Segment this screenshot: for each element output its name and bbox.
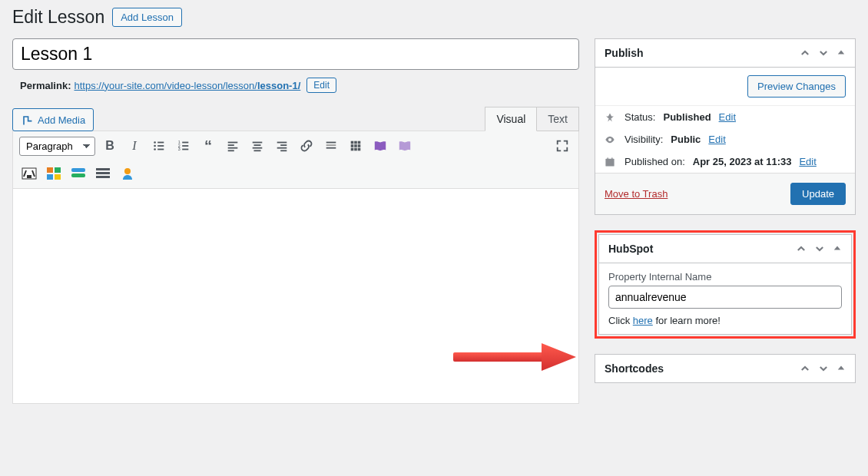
- svg-rect-24: [326, 142, 336, 144]
- svg-rect-22: [277, 147, 287, 149]
- panel-toggle-icon[interactable]: [837, 48, 846, 58]
- svg-rect-41: [55, 174, 61, 180]
- align-right-icon[interactable]: [272, 136, 292, 156]
- panel-up-icon[interactable]: [796, 243, 807, 254]
- tab-visual[interactable]: Visual: [485, 107, 537, 131]
- hubspot-here-link[interactable]: here: [633, 315, 653, 326]
- svg-rect-39: [55, 167, 61, 173]
- align-center-icon[interactable]: [247, 136, 267, 156]
- panel-toggle-icon[interactable]: [833, 243, 842, 254]
- panel-down-icon[interactable]: [814, 243, 825, 254]
- svg-point-0: [154, 141, 156, 144]
- svg-rect-26: [326, 147, 336, 149]
- permalink-row: Permalink: https://your-site.com/video-l…: [20, 78, 579, 93]
- post-title-input[interactable]: [12, 38, 579, 70]
- add-lesson-button[interactable]: Add Lesson: [112, 8, 182, 27]
- svg-point-4: [154, 148, 156, 150]
- svg-rect-25: [326, 144, 336, 146]
- status-value: Published: [663, 111, 711, 123]
- svg-rect-38: [47, 167, 53, 173]
- svg-rect-34: [354, 148, 357, 151]
- toolbar-toggle-icon[interactable]: [346, 136, 366, 156]
- published-value: Apr 25, 2023 at 11:33: [693, 156, 792, 167]
- special-icon-1[interactable]: [19, 164, 39, 183]
- svg-rect-13: [228, 144, 234, 146]
- panel-up-icon[interactable]: [800, 48, 810, 58]
- panel-up-icon[interactable]: [800, 363, 810, 374]
- add-media-button[interactable]: Add Media: [12, 108, 94, 131]
- shortcodes-panel: Shortcodes: [595, 354, 856, 383]
- visibility-value: Public: [671, 134, 701, 145]
- hubspot-highlight: HubSpot Property Internal Name Click her…: [595, 230, 856, 339]
- svg-rect-18: [253, 147, 263, 149]
- special-icon-2[interactable]: [44, 164, 64, 183]
- svg-rect-35: [358, 148, 361, 151]
- bullet-list-icon[interactable]: [149, 136, 169, 156]
- media-icon: [21, 114, 33, 126]
- svg-rect-1: [157, 142, 164, 144]
- svg-rect-33: [351, 148, 354, 151]
- special-icon-4[interactable]: [93, 164, 113, 183]
- eye-icon: [605, 134, 617, 145]
- svg-rect-29: [358, 141, 361, 144]
- permalink-label: Permalink:: [20, 80, 71, 91]
- visibility-edit-link[interactable]: Edit: [708, 134, 725, 145]
- calendar-icon: [605, 157, 617, 167]
- publish-title: Publish: [605, 47, 644, 59]
- hubspot-field-label: Property Internal Name: [608, 271, 842, 283]
- svg-rect-46: [96, 176, 110, 178]
- tab-text[interactable]: Text: [537, 107, 579, 131]
- format-select[interactable]: Paragraph: [19, 137, 95, 156]
- svg-rect-40: [47, 174, 53, 180]
- svg-rect-20: [277, 142, 287, 144]
- book-closed-icon[interactable]: [395, 136, 415, 156]
- preview-changes-button[interactable]: Preview Changes: [747, 75, 846, 98]
- published-edit-link[interactable]: Edit: [799, 156, 816, 167]
- hubspot-title: HubSpot: [608, 243, 653, 255]
- panel-down-icon[interactable]: [818, 48, 829, 58]
- special-icon-5[interactable]: [118, 164, 137, 183]
- fullscreen-icon[interactable]: [552, 136, 572, 156]
- svg-rect-51: [611, 157, 612, 160]
- svg-rect-9: [182, 145, 188, 147]
- editor-body[interactable]: [12, 189, 579, 404]
- update-button[interactable]: Update: [790, 183, 846, 205]
- panel-toggle-icon[interactable]: [837, 363, 846, 374]
- svg-rect-44: [96, 168, 110, 170]
- svg-rect-14: [228, 147, 238, 149]
- move-to-trash-link[interactable]: Move to Trash: [605, 188, 668, 200]
- book-open-icon[interactable]: [370, 136, 390, 156]
- svg-rect-15: [228, 150, 234, 151]
- bold-icon[interactable]: B: [100, 136, 120, 156]
- svg-rect-12: [228, 142, 238, 144]
- status-edit-link[interactable]: Edit: [719, 111, 736, 123]
- special-icon-3[interactable]: [68, 164, 88, 183]
- blockquote-icon[interactable]: “: [198, 136, 218, 156]
- svg-rect-37: [27, 175, 31, 178]
- svg-point-2: [154, 145, 156, 147]
- svg-rect-45: [96, 172, 110, 174]
- svg-point-47: [124, 168, 131, 174]
- svg-rect-3: [157, 145, 164, 147]
- svg-rect-28: [354, 141, 357, 144]
- visibility-label: Visibility:: [624, 134, 663, 145]
- svg-rect-17: [254, 144, 261, 146]
- svg-rect-16: [253, 142, 263, 144]
- svg-rect-50: [608, 157, 608, 160]
- link-icon[interactable]: [297, 136, 316, 156]
- pin-icon: [605, 112, 617, 123]
- numbered-list-icon[interactable]: 123: [174, 136, 194, 156]
- permalink-edit-button[interactable]: Edit: [306, 78, 336, 93]
- more-icon[interactable]: [321, 136, 341, 156]
- panel-down-icon[interactable]: [818, 363, 829, 374]
- svg-rect-5: [157, 149, 164, 150]
- italic-icon[interactable]: I: [124, 136, 144, 156]
- permalink-link[interactable]: https://your-site.com/video-lesson/lesso…: [74, 80, 300, 91]
- hubspot-panel: HubSpot Property Internal Name Click her…: [598, 234, 852, 335]
- align-left-icon[interactable]: [223, 136, 243, 156]
- hubspot-help-text: Click here for learn more!: [608, 315, 842, 326]
- svg-rect-23: [280, 150, 287, 151]
- hubspot-property-input[interactable]: [608, 286, 842, 309]
- svg-rect-42: [71, 168, 85, 172]
- editor-toolbar: Paragraph B I 123 “: [12, 131, 579, 189]
